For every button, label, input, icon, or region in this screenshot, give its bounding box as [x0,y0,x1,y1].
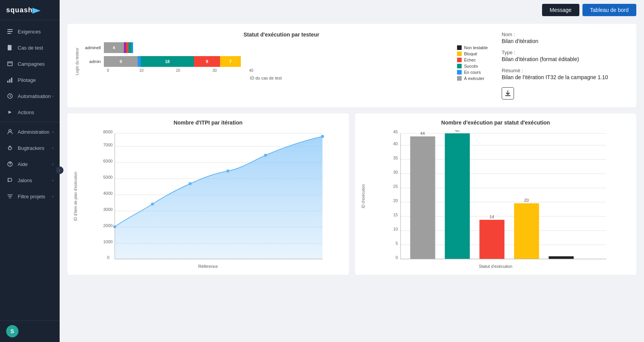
info-resume: Résumé : Bilan de l'itération IT32 de la… [502,68,629,80]
help-icon [6,160,14,168]
tableau-de-bord-button[interactable]: Tableau de bord [582,4,636,16]
svg-text:8000: 8000 [103,130,112,134]
chart3-yaxis-label: ID d'exécution [361,184,365,208]
svg-text:5000: 5000 [103,175,112,179]
sidebar-item-campagnes[interactable]: Campagnes [0,56,60,72]
legend-label-bloque: Bloqué [464,51,477,56]
sidebar-item-label-administration: Administration [18,129,52,135]
message-button[interactable]: Message [542,4,579,16]
legend-item-succes: Succès [457,64,488,68]
sidebar-item-filtre-projets[interactable]: Filtre projets › [0,188,60,204]
hbar-seg-blue-admin [138,56,141,67]
sidebar-item-label-actions: Actions [18,110,53,115]
chart-itpi-iteration: Nombre d'ITPI par itération ID d'item de… [67,113,349,275]
svg-point-35 [321,135,324,138]
sidebar-item-label-filtre-projets: Filtre projets [18,194,52,199]
action-icon [6,108,14,116]
bar-echec [479,220,504,259]
sidebar-nav: Exigences Cas de test [0,20,60,320]
sidebar-item-automatisation[interactable]: Automatisation › [0,88,60,104]
chevron-right-icon-aide: › [52,162,53,166]
legend-item-echec: Échec [457,58,488,62]
hbar-seg-grey-adminell: 4 [104,42,124,53]
chart1-xaxis-label: ID du cas de test [81,76,451,80]
chart2-yaxis-label: ID d'item de plan d'exécution [73,172,78,221]
hbar-segments-admin: 9 18 9 7 [104,56,241,67]
sidebar-item-label-pilotage: Pilotage [18,77,53,83]
svg-text:0: 0 [107,255,109,260]
sidebar-collapse-button[interactable]: ‹ [56,166,63,174]
legend-item-non-testable: Non testable [457,45,488,50]
legend-item-bloque: Bloqué [457,51,488,56]
sidebar-item-aide[interactable]: Aide › [0,156,60,172]
sidebar-item-label-aide: Aide [18,161,52,167]
file-icon [6,44,14,51]
svg-text:7000: 7000 [103,143,112,147]
sidebar-item-bugtrackers[interactable]: Bugtrackers › [0,140,60,156]
hbar-row-label-admin: admin [81,59,104,64]
avatar[interactable]: S [6,325,18,337]
download-button[interactable] [502,87,514,100]
chart2-svg: 0 1000 2000 3000 4000 5000 6000 7000 800… [79,130,343,261]
chart3-xaxis-label: Statut d'exécution [361,264,631,269]
sidebar-item-pilotage[interactable]: Pilotage [0,72,60,88]
legend-label-non-testable: Non testable [464,45,488,50]
legend-color-en-cours [457,70,462,75]
svg-rect-4 [7,81,8,83]
svg-rect-0 [7,29,13,30]
sidebar-item-actions[interactable]: Actions [0,104,60,120]
info-resume-value: Bilan de l'itération IT32 de la campagne… [502,74,629,80]
legend-item-a-executer: À exécuter [457,76,488,81]
chart1-xticks: 0 10 20 30 40 [107,68,451,73]
svg-text:4000: 4000 [103,191,112,196]
legend-label-echec: Échec [464,58,476,62]
chevron-right-icon-bugtrackers: › [52,146,53,150]
svg-point-11 [10,165,10,166]
info-nom-label: Nom : [502,32,629,37]
sidebar-item-label-bugtrackers: Bugtrackers [18,145,52,151]
chevron-right-icon-filtre-projets: › [52,194,53,199]
hbar-row-label-adminell: adminell [81,45,104,50]
logo-arrow-icon: ▶ [32,5,40,15]
svg-text:5: 5 [395,241,398,246]
chart-statut-execution-testeur: Statut d'exécution par testeur Login du … [75,32,488,100]
sidebar-logo: squash ▶ [0,0,60,20]
legend-color-succes [457,64,462,68]
legend-label-en-cours: En cours [464,70,480,75]
svg-text:40: 40 [393,141,398,146]
hbar-seg-blue-adminell [132,42,133,53]
svg-text:6000: 6000 [103,159,112,163]
hbar-seg-yellow-admin: 7 [220,56,241,67]
svg-point-8 [9,129,11,132]
chart3-title: Nombre d'exécution par statut d'exécutio… [361,120,631,126]
bottom-row: Nombre d'ITPI par itération ID d'item de… [67,113,636,275]
sidebar-item-cas-de-test[interactable]: Cas de test [0,40,60,56]
list-icon [6,28,14,35]
legend-color-bloque [457,51,462,56]
chevron-right-icon-administration: › [52,130,53,134]
topbar: Message Tableau de bord [60,0,644,20]
svg-text:45: 45 [393,130,398,134]
info-nom-value: Bilan d'itération [502,38,629,44]
bug-icon [6,144,14,152]
bar-succes [445,133,470,259]
info-type: Type : Bilan d'itération (format éditabl… [502,50,629,62]
hbar-seg-green-adminell [128,42,132,53]
svg-text:0: 0 [395,255,398,260]
sidebar-item-administration[interactable]: Administration › [0,124,60,140]
info-panel: Nom : Bilan d'itération Type : Bilan d'i… [494,32,629,100]
info-nom: Nom : Bilan d'itération [502,32,629,44]
svg-rect-1 [7,31,13,32]
sidebar-item-label-jalons: Jalons [18,178,52,183]
sidebar-item-exigences[interactable]: Exigences [0,23,60,40]
chevron-right-icon-automatisation: › [52,94,53,98]
logo-text: squash [6,6,33,14]
svg-text:20: 20 [393,198,398,203]
sidebar-item-label-cas-de-test: Cas de test [18,45,53,51]
chart-execution-statut: Nombre d'exécution par statut d'exécutio… [355,113,637,275]
sidebar-item-jalons[interactable]: Jalons › [0,172,60,188]
legend-label-succes: Succès [464,64,478,68]
legend-color-non-testable [457,45,462,50]
svg-text:15: 15 [393,213,398,217]
svg-point-32 [189,182,192,185]
